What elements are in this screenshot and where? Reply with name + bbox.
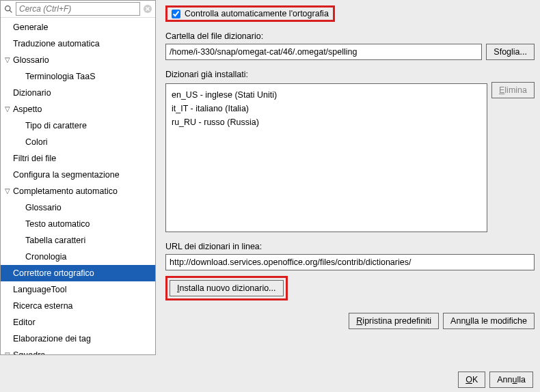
dictionary-list[interactable]: en_US - inglese (Stati Uniti)it_IT - ita…	[165, 83, 487, 232]
svg-point-0	[5, 5, 10, 10]
cancel-button[interactable]: Annulla	[489, 372, 533, 388]
highlight-autocheck: Controlla automaticamente l'ortografia	[165, 5, 335, 22]
install-button[interactable]: Installa nuovo dizionario...	[170, 280, 284, 296]
tree-item[interactable]: Configura la segmentazione	[1, 167, 155, 183]
panel-buttons: Ripristina predefiniti Annulla le modifi…	[165, 313, 535, 329]
tree-item-label: Terminologia TaaS	[25, 70, 96, 83]
delete-button[interactable]: Elimina	[491, 82, 535, 98]
tree-item-label: Glossario	[25, 201, 62, 214]
tree-item-label: Filtri dei file	[13, 152, 56, 165]
tree-item[interactable]: Tabella caratteri	[1, 232, 155, 249]
settings-tree[interactable]: GeneraleTraduzione automatica▽GlossarioT…	[1, 18, 155, 354]
tree-item[interactable]: ▽Squadra...	[1, 347, 155, 354]
tree-item-label: Traduzione automatica	[13, 37, 100, 51]
tree-item[interactable]: LanguageTool	[1, 281, 155, 298]
tree-item-label: Aspetto	[13, 102, 42, 116]
tree-item-label: Testo automatico	[25, 217, 90, 231]
search-row	[1, 1, 155, 18]
list-item[interactable]: it_IT - italiano (Italia)	[172, 102, 481, 115]
tree-item-label: Correttore ortografico	[13, 266, 94, 280]
tree-item-label: Tabella caratteri	[25, 234, 85, 247]
autocheck-label: Controlla automaticamente l'ortografia	[185, 9, 329, 18]
tree-item[interactable]: Testo automatico	[1, 216, 155, 232]
autocheck-checkbox[interactable]	[172, 10, 180, 18]
search-icon	[3, 4, 13, 14]
tree-item[interactable]: Ricerca esterna	[1, 298, 155, 314]
tree-item[interactable]: Traduzione automatica	[1, 36, 155, 52]
dialog-footer: OK Annulla	[458, 372, 533, 388]
tree-item[interactable]: Filtri dei file	[1, 150, 155, 167]
tree-item-label: Squadra...	[13, 348, 53, 354]
tree-item[interactable]: Terminologia TaaS	[1, 68, 155, 85]
tree-item[interactable]: ▽Glossario	[1, 52, 155, 68]
search-input[interactable]	[16, 2, 140, 16]
discard-changes-button[interactable]: Annulla le modifiche	[443, 313, 535, 329]
tree-item-label: Generale	[13, 20, 48, 34]
installed-label: Dizionari già installati:	[165, 70, 535, 79]
tree-item[interactable]: Correttore ortografico	[1, 265, 155, 281]
tree-item[interactable]: Generale	[1, 19, 155, 36]
clear-search-icon[interactable]	[143, 4, 152, 14]
url-label: URL dei dizionari in linea:	[165, 242, 535, 251]
tree-item[interactable]: Glossario	[1, 199, 155, 216]
tree-item[interactable]: Colori	[1, 134, 155, 150]
expander-icon[interactable]: ▽	[3, 350, 12, 354]
tree-item-label: Cronologia	[25, 250, 66, 264]
url-input[interactable]	[165, 254, 535, 270]
tree-item[interactable]: Tipo di carattere	[1, 117, 155, 134]
tree-item-label: Ricerca esterna	[13, 299, 73, 313]
tree-item-label: Elaborazione dei tag	[13, 332, 91, 346]
tree-item[interactable]: Cronologia	[1, 249, 155, 265]
main-panel: Controlla automaticamente l'ortografia C…	[156, 0, 540, 355]
tree-item-label: Tipo di carattere	[25, 119, 87, 132]
svg-line-1	[10, 10, 12, 12]
tree-item-label: Dizionario	[13, 86, 51, 100]
restore-defaults-button[interactable]: Ripristina predefiniti	[349, 313, 439, 329]
tree-item-label: Editor	[13, 316, 36, 329]
list-item[interactable]: en_US - inglese (Stati Uniti)	[172, 88, 481, 102]
expander-icon[interactable]: ▽	[3, 186, 12, 197]
browse-button[interactable]: Sfoglia...	[486, 44, 535, 60]
tree-item[interactable]: Elaborazione dei tag	[1, 331, 155, 347]
tree-item-label: Completamento automatico	[13, 184, 118, 198]
tree-item[interactable]: Editor	[1, 314, 155, 331]
expander-icon[interactable]: ▽	[3, 104, 12, 115]
highlight-install: Installa nuovo dizionario...	[165, 276, 288, 300]
tree-item-label: Configura la segmentazione	[13, 168, 120, 182]
list-item[interactable]: ru_RU - russo (Russia)	[172, 115, 481, 129]
expander-icon[interactable]: ▽	[3, 55, 12, 66]
tree-item-label: Glossario	[13, 53, 49, 67]
autocheck-row[interactable]: Controlla automaticamente l'ortografia	[167, 8, 333, 20]
tree-item[interactable]: ▽Aspetto	[1, 101, 155, 117]
folder-label: Cartella del file dizionario:	[165, 31, 535, 41]
tree-item-label: Colori	[25, 135, 48, 149]
tree-item[interactable]: Dizionario	[1, 85, 155, 101]
sidebar: GeneraleTraduzione automatica▽GlossarioT…	[0, 0, 156, 355]
folder-input[interactable]	[165, 44, 482, 60]
tree-item[interactable]: ▽Completamento automatico	[1, 183, 155, 199]
ok-button[interactable]: OK	[458, 372, 485, 388]
tree-item-label: LanguageTool	[13, 283, 67, 296]
